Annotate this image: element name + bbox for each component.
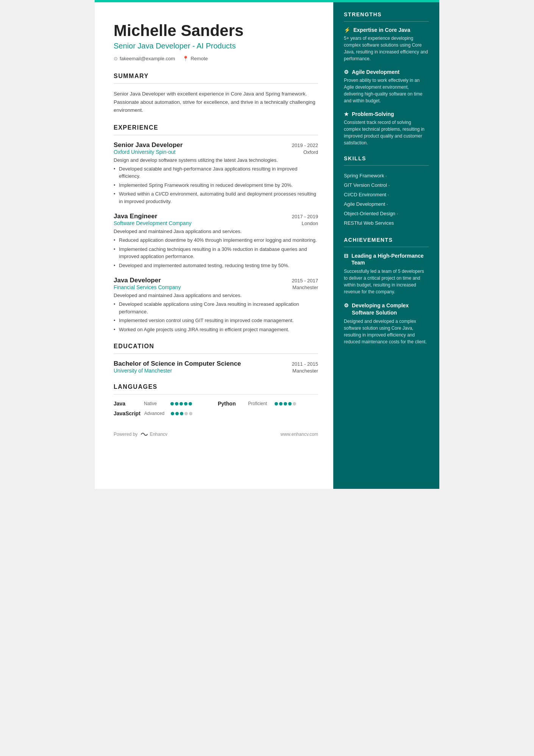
- achievement-title-1: Leading a High-Performance Team: [351, 252, 429, 266]
- lang-dots-js: [171, 412, 192, 415]
- bullet-1-1: Developed scalable and high-performance …: [114, 165, 318, 180]
- lang-dots-python: [275, 402, 296, 405]
- logo-icon: [141, 432, 148, 437]
- skill-item-3: CI/CD Environment ·: [344, 190, 429, 199]
- flag-icon: ⊟: [344, 252, 348, 259]
- dot: [184, 412, 188, 415]
- strength-2: ⚙ Agile Development Proven ability to wo…: [344, 69, 429, 104]
- languages-section: LANGUAGES Java Native Python P: [114, 383, 318, 416]
- achievement-2: ⚙ Developing a Complex Software Solution…: [344, 302, 429, 345]
- strengths-divider: [344, 21, 429, 22]
- lang-level-python: Proficient: [248, 401, 271, 406]
- dot: [171, 412, 174, 415]
- strength-desc-1: 5+ years of experience developing comple…: [344, 35, 429, 62]
- education-section: EDUCATION Bachelor of Science in Compute…: [114, 343, 318, 374]
- bullet-3-2: Implemented version control using GIT re…: [114, 317, 318, 324]
- dot: [180, 402, 183, 405]
- experience-section: EXPERIENCE Senior Java Developer 2019 - …: [114, 124, 318, 333]
- edu-degree: Bachelor of Science in Computer Science: [114, 360, 241, 368]
- exp-entry-2: Java Engineer 2017 - 2019 Software Devel…: [114, 213, 318, 269]
- code-icon: ⚙: [344, 302, 349, 309]
- achievement-heading-2: ⚙ Developing a Complex Software Solution: [344, 302, 429, 316]
- exp-dates-2: 2017 - 2019: [292, 214, 318, 219]
- exp-company-1: Oxford University Spin-out: [114, 149, 175, 155]
- contact-row: ⊙ fakeemail@example.com 📍 Remote: [114, 56, 318, 61]
- skill-item-2: GIT Version Control ·: [344, 180, 429, 190]
- lang-name-java: Java: [114, 401, 140, 407]
- achievements-title: ACHIEVEMENTS: [344, 237, 429, 243]
- email-icon: ⊙: [114, 56, 118, 61]
- bolt-icon: ⚡: [344, 27, 350, 33]
- dot: [293, 402, 296, 405]
- languages-divider: [114, 394, 318, 394]
- exp-company-2: Software Development Company: [114, 220, 191, 226]
- exp-header-1: Senior Java Developer 2019 - 2022: [114, 141, 318, 149]
- strength-title-2: Agile Development: [352, 69, 400, 75]
- achievement-desc-1: Successfully led a team of 5 developers …: [344, 268, 429, 295]
- achievement-title-2: Developing a Complex Software Solution: [352, 302, 429, 316]
- skills-divider: [344, 165, 429, 166]
- edu-school: University of Manchester: [114, 368, 172, 374]
- lang-dots-java: [170, 402, 192, 405]
- dot: [189, 402, 192, 405]
- email-text: fakeemail@example.com: [120, 56, 175, 61]
- exp-dates-3: 2015 - 2017: [292, 278, 318, 283]
- strength-1: ⚡ Expertise in Core Java 5+ years of exp…: [344, 27, 429, 62]
- exp-header-3: Java Developer 2015 - 2017: [114, 277, 318, 284]
- bullet-1-2: Implemented Spring Framework resulting i…: [114, 182, 318, 189]
- achievement-desc-2: Designed and developed a complex softwar…: [344, 318, 429, 345]
- exp-desc-3: Developed and maintained Java applicatio…: [114, 293, 318, 298]
- dot: [175, 402, 178, 405]
- location-contact: 📍 Remote: [183, 56, 208, 61]
- strength-heading-2: ⚙ Agile Development: [344, 69, 429, 75]
- header: Michelle Sanders Senior Java Developer -…: [114, 22, 318, 61]
- email-contact: ⊙ fakeemail@example.com: [114, 56, 175, 61]
- dot: [288, 402, 292, 405]
- bullet-2-3: Developed and implemented automated test…: [114, 262, 318, 269]
- exp-role-3: Java Developer: [114, 277, 161, 284]
- lang-level-js: Advanced: [144, 411, 167, 416]
- lang-level-java: Native: [144, 401, 167, 406]
- summary-title: SUMMARY: [114, 73, 318, 80]
- dot: [279, 402, 283, 405]
- edu-header: Bachelor of Science in Computer Science …: [114, 360, 318, 368]
- strengths-title: STRENGTHS: [344, 11, 429, 17]
- exp-entry-1: Senior Java Developer 2019 - 2022 Oxford…: [114, 141, 318, 205]
- bullet-2-1: Reduced application downtime by 40% thro…: [114, 236, 318, 244]
- strength-heading-1: ⚡ Expertise in Core Java: [344, 27, 429, 33]
- exp-location-2: London: [302, 221, 318, 226]
- lang-java: Java Native: [114, 401, 214, 407]
- exp-entry-3: Java Developer 2015 - 2017 Financial Ser…: [114, 277, 318, 333]
- strength-3: ★ Problem-Solving Consistent track recor…: [344, 111, 429, 146]
- strength-title-1: Expertise in Core Java: [353, 27, 410, 33]
- edu-dates: 2011 - 2015: [292, 361, 318, 367]
- resume-page: Michelle Sanders Senior Java Developer -…: [95, 0, 439, 489]
- exp-company-row-3: Financial Services Company Manchester: [114, 284, 318, 290]
- location-icon: 📍: [183, 56, 189, 61]
- website: www.enhancv.com: [281, 432, 318, 437]
- languages-grid: Java Native Python Proficient: [114, 401, 318, 416]
- job-title: Senior Java Developer - AI Products: [114, 42, 318, 50]
- bullet-3-3: Worked on Agile projects using JIRA resu…: [114, 326, 318, 333]
- left-column: Michelle Sanders Senior Java Developer -…: [95, 0, 333, 489]
- skills-section: SKILLS Spring Framework · GIT Version Co…: [344, 155, 429, 228]
- lang-name-js: JavaScript: [114, 410, 141, 416]
- exp-dates-1: 2019 - 2022: [292, 142, 318, 148]
- education-divider: [114, 354, 318, 354]
- strength-desc-2: Proven ability to work effectively in an…: [344, 77, 429, 104]
- lang-name-python: Python: [218, 401, 244, 407]
- exp-role-1: Senior Java Developer: [114, 141, 183, 149]
- exp-company-row-2: Software Development Company London: [114, 220, 318, 226]
- enhancv-logo: Enhancv: [141, 432, 167, 437]
- skill-item-6: RESTful Web Services: [344, 218, 429, 228]
- achievement-heading-1: ⊟ Leading a High-Performance Team: [344, 252, 429, 266]
- achievements-section: ACHIEVEMENTS ⊟ Leading a High-Performanc…: [344, 237, 429, 345]
- bullet-3-1: Developed scalable applications using Co…: [114, 301, 318, 315]
- exp-bullets-2: Reduced application downtime by 40% thro…: [114, 236, 318, 269]
- dot: [170, 402, 174, 405]
- skill-item-5: Object-Oriented Design ·: [344, 209, 429, 218]
- experience-divider: [114, 135, 318, 135]
- achievements-divider: [344, 247, 429, 247]
- exp-location-1: Oxford: [303, 149, 318, 155]
- brand-name: Enhancv: [150, 432, 167, 437]
